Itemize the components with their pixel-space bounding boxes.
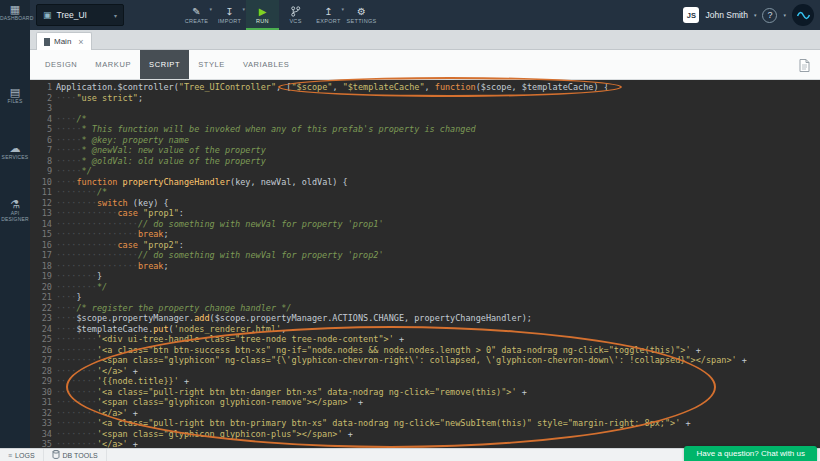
chat-button[interactable]: Have a question? Chat with us [684, 446, 817, 461]
code-line[interactable]: ········*/ [56, 282, 820, 293]
tab-style[interactable]: STYLE [189, 50, 234, 79]
help-button[interactable]: ? [762, 8, 777, 23]
file-icon[interactable] [799, 58, 810, 76]
line-number: 24 [30, 324, 52, 335]
code-token: /* [76, 114, 86, 124]
avatar[interactable]: JS [683, 7, 699, 23]
vcs-branch-icon [290, 6, 301, 17]
code-line[interactable]: ·····* @newVal: new value of the propert… [56, 145, 820, 156]
code-line[interactable]: ········switch (key) { [56, 198, 820, 209]
code-token: "$templateCache" [343, 82, 425, 92]
code-line[interactable]: ····$scope.propertyManager.add($scope.pr… [56, 313, 820, 324]
user-name[interactable]: John Smith [705, 10, 748, 20]
line-number: 2 [30, 93, 52, 104]
sidebar-item-dashboard[interactable]: ▦ DASHBOARD [0, 3, 30, 22]
line-number: 34 [30, 429, 52, 440]
code-token: /* register the property change handler … [76, 303, 291, 313]
db-tools-button[interactable]: DB TOOLS [44, 449, 107, 461]
code-token: ········ [56, 187, 97, 197]
code-token: , [ [276, 82, 291, 92]
code-line[interactable]: ····/* register the property change hand… [56, 303, 820, 314]
sidebar-item-services[interactable]: ☁ SERVICES [0, 142, 30, 161]
code-line[interactable]: ············case "prop1": [56, 208, 820, 219]
code-token: "prop2" [143, 240, 179, 250]
tab-design[interactable]: DESIGN [36, 50, 86, 79]
code-token: + [128, 439, 138, 448]
vcs-button[interactable]: VCS [279, 0, 312, 30]
export-button[interactable]: ↥ ▾ EXPORT [312, 0, 345, 30]
code-token: ; [138, 93, 143, 103]
import-label: IMPORT [218, 18, 241, 24]
export-label: EXPORT [316, 18, 340, 24]
tab-label: Main [54, 37, 71, 46]
side-nav: ▦ DASHBOARD ▤ FILES ☁ SERVICES ⚗ API DES… [0, 0, 30, 448]
code-line[interactable] [56, 103, 820, 114]
code-line[interactable]: ············case "prop2": [56, 240, 820, 251]
create-button[interactable]: ✎ ▾ CREATE [180, 0, 213, 30]
project-icon: ▣ [43, 11, 52, 20]
code-token: "prop1" [143, 208, 179, 218]
line-number: 28 [30, 366, 52, 377]
code-line[interactable]: ········'{{node.title}}' + [56, 376, 820, 387]
code-line[interactable]: ········'<a class="btn btn-success btn-x… [56, 345, 820, 356]
code-token: '<span class="glyphicon glyphicon-remove… [97, 397, 353, 407]
code-line[interactable]: ·····*/ [56, 166, 820, 177]
sidebar-item-label: DASHBOARD [0, 16, 30, 22]
code-line[interactable]: Application.$controller("Tree_UIControll… [56, 82, 820, 93]
code-token: + [737, 355, 747, 365]
code-area: Application.$controller("Tree_UIControll… [56, 82, 820, 448]
code-token: '<a class="pull-right btn btn-primary bt… [97, 418, 680, 428]
code-line[interactable]: ········'<span class="glyphicon glyphico… [56, 429, 820, 440]
tab-main[interactable]: Main × [36, 32, 92, 50]
editor-mode-tabs: DESIGN MARKUP SCRIPT STYLE VARIABLES [30, 50, 820, 80]
code-line[interactable]: ····} [56, 292, 820, 303]
settings-button[interactable]: ⚙ SETTINGS [345, 0, 378, 30]
code-line[interactable]: ········'<a class="pull-right btn btn-pr… [56, 418, 820, 429]
code-line[interactable]: ················// do something with new… [56, 250, 820, 261]
close-icon[interactable]: × [78, 37, 83, 47]
code-line[interactable]: ········'<div ui-tree-handle class="tree… [56, 334, 820, 345]
code-line[interactable]: ········/* [56, 187, 820, 198]
code-line[interactable]: ····$templateCache.put('nodes_renderer.h… [56, 324, 820, 335]
code-line[interactable]: ·····* @key: property name [56, 135, 820, 146]
code-line[interactable]: ········} [56, 271, 820, 282]
code-line[interactable]: ········'</a>' + [56, 366, 820, 377]
code-token: ········ [56, 198, 97, 208]
code-line[interactable]: ····"use strict"; [56, 93, 820, 104]
logs-button[interactable]: ≡ LOGS [0, 449, 44, 461]
run-button[interactable]: ▶ RUN [246, 0, 279, 30]
line-number: 31 [30, 397, 52, 408]
code-token: ········ [56, 408, 97, 418]
editor-gutter: 1234567891011121314151617181920212223242… [30, 82, 52, 448]
tab-variables[interactable]: VARIABLES [234, 50, 299, 79]
logs-icon: ≡ [8, 452, 12, 459]
tab-markup[interactable]: MARKUP [86, 50, 140, 79]
code-line[interactable]: ·····* This function will be invoked whe… [56, 124, 820, 135]
line-number: 30 [30, 387, 52, 398]
code-token: ············ [56, 240, 117, 250]
code-token: + [394, 334, 404, 344]
run-icon: ▶ [259, 6, 267, 17]
tab-script[interactable]: SCRIPT [140, 50, 189, 79]
code-line[interactable]: ················break; [56, 261, 820, 272]
line-number: 25 [30, 334, 52, 345]
code-token: function [76, 177, 122, 187]
code-token: ············ [56, 208, 117, 218]
project-selector[interactable]: ▣ Tree_UI ▾ [36, 4, 124, 26]
sidebar-item-files[interactable]: ▤ FILES [0, 86, 30, 105]
code-line[interactable]: ········'</a>' + [56, 408, 820, 419]
line-number: 19 [30, 271, 52, 282]
wavemaker-logo[interactable] [792, 4, 814, 26]
code-editor[interactable]: 1234567891011121314151617181920212223242… [30, 80, 820, 448]
code-line[interactable]: ·····* @oldVal: old value of the propert… [56, 156, 820, 167]
code-line[interactable]: ········'<span class="glyphicon" ng-clas… [56, 355, 820, 366]
chevron-down-icon: ▾ [341, 6, 344, 12]
code-line[interactable]: ····/* [56, 114, 820, 125]
code-line[interactable]: ················// do something with new… [56, 219, 820, 230]
code-line[interactable]: ········'<a class="pull-right btn btn-da… [56, 387, 820, 398]
code-line[interactable]: ················break; [56, 229, 820, 240]
code-line[interactable]: ····function propertyChangeHandler(key, … [56, 177, 820, 188]
sidebar-item-api-designer[interactable]: ⚗ API DESIGNER [0, 198, 30, 222]
import-button[interactable]: ↧ ▾ IMPORT [213, 0, 246, 30]
code-line[interactable]: ········'<span class="glyphicon glyphico… [56, 397, 820, 408]
